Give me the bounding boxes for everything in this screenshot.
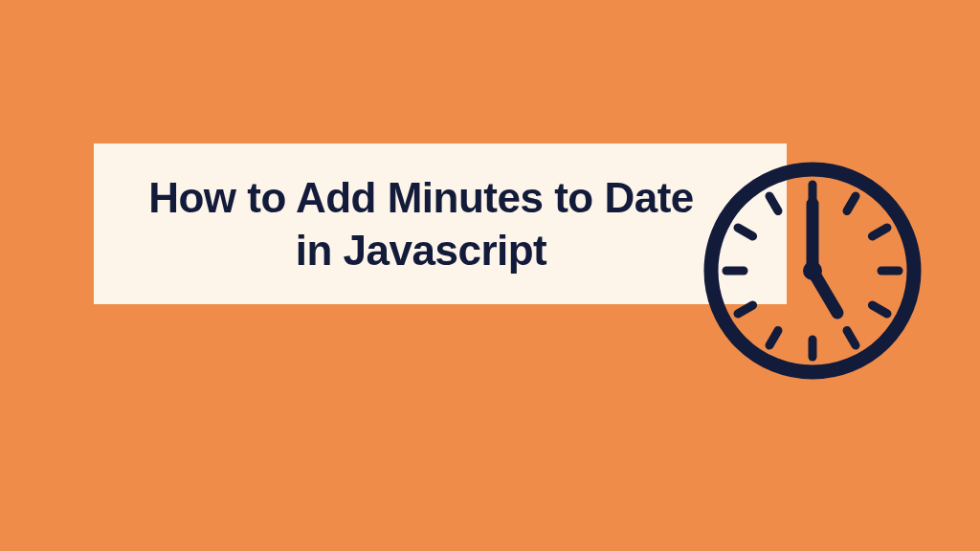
- svg-line-11: [738, 228, 753, 236]
- svg-line-3: [872, 228, 887, 236]
- svg-line-8: [769, 330, 778, 345]
- svg-line-6: [847, 330, 856, 345]
- svg-line-5: [872, 305, 887, 314]
- svg-line-2: [847, 196, 856, 211]
- page-title: How to Add Minutes to Date in Javascript: [132, 171, 710, 276]
- svg-line-12: [769, 196, 778, 211]
- clock-icon: [703, 162, 922, 380]
- svg-line-9: [738, 305, 753, 314]
- svg-point-15: [803, 261, 822, 280]
- title-container: How to Add Minutes to Date in Javascript: [94, 143, 787, 304]
